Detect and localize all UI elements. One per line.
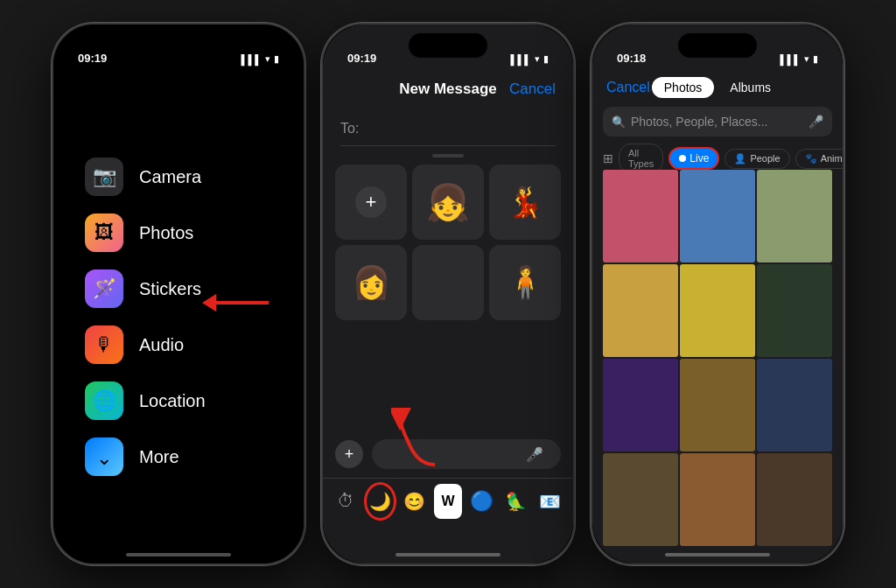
- status-icons-3: ▌▌▌ ▾ ▮: [780, 53, 818, 65]
- photo-cell-2[interactable]: [680, 170, 755, 262]
- phone3-screen: 09:18 ▌▌▌ ▾ ▮ Cancel Photos Albums 🔍 Pho…: [592, 24, 843, 564]
- sticker-2: 💃: [507, 185, 543, 220]
- status-icons-2: ▌▌▌ ▾ ▮: [511, 53, 549, 65]
- menu-item-audio[interactable]: 🎙 Audio: [85, 326, 184, 364]
- time-1: 09:19: [78, 52, 107, 65]
- home-indicator-2: [396, 553, 500, 556]
- sticker-cell-4[interactable]: [412, 245, 484, 320]
- add-button[interactable]: +: [335, 440, 363, 468]
- tab-albums[interactable]: Albums: [718, 77, 783, 98]
- arrow-shaft-left: [216, 301, 269, 304]
- add-sticker-cell[interactable]: +: [335, 164, 407, 240]
- sticker-moon-icon: 🌙: [369, 491, 391, 512]
- app-icon-stickers[interactable]: 🌙: [366, 484, 395, 519]
- to-label: To:: [340, 121, 359, 136]
- camera-label: Camera: [139, 167, 201, 187]
- home-indicator-1: [126, 553, 231, 556]
- app-icon-row: ⏱ 🌙 😊 W 🔵 🦜 📧: [323, 478, 573, 523]
- menu-overlay: 📷 Camera 🖼 Photos 🪄 Stickers 🎙 Audio 🌐: [53, 70, 304, 564]
- filter-people[interactable]: 👤 People: [724, 149, 789, 169]
- photo-cell-10[interactable]: [603, 453, 678, 546]
- photo-cell-8[interactable]: [680, 359, 755, 452]
- sticker-3: 👩: [352, 264, 391, 301]
- message-header: New Message Cancel: [323, 70, 573, 108]
- app-icon-timer[interactable]: ⏱: [332, 484, 360, 519]
- filter-all-types[interactable]: All Types: [619, 144, 663, 173]
- photo-cell-12[interactable]: [757, 453, 832, 546]
- photo-cell-1[interactable]: [603, 170, 678, 262]
- wifi-icon: ▾: [265, 53, 270, 65]
- photo-cell-3[interactable]: [757, 170, 832, 262]
- time-2: 09:19: [347, 52, 376, 65]
- cancel-button[interactable]: Cancel: [509, 80, 556, 98]
- phone-3: 09:18 ▌▌▌ ▾ ▮ Cancel Photos Albums 🔍 Pho…: [591, 23, 844, 565]
- audio-label: Audio: [139, 335, 184, 355]
- dynamic-island-2: [409, 33, 487, 58]
- filter-live[interactable]: Live: [668, 147, 719, 170]
- signal-icon: ▌▌▌: [242, 54, 262, 65]
- time-3: 09:18: [617, 52, 646, 65]
- sticker-area: + 👧 💃 👩 🧍: [323, 147, 573, 476]
- people-icon: 👤: [734, 153, 746, 164]
- new-message-title: New Message: [399, 80, 497, 98]
- photos-icon: 🖼: [85, 214, 123, 252]
- to-field[interactable]: To:: [340, 121, 556, 146]
- menu-item-location[interactable]: 🌐 Location: [85, 382, 206, 420]
- people-label: People: [750, 153, 780, 164]
- sticker-1: 👧: [426, 182, 470, 223]
- dynamic-island-3: [678, 33, 757, 58]
- photo-cell-9[interactable]: [757, 359, 832, 452]
- app-icon-emoji[interactable]: 😊: [400, 484, 429, 519]
- phone-1: 09:19 ▌▌▌ ▾ ▮ 📷 Camera 🖼 Photos 🪄 Sticke…: [52, 23, 305, 565]
- stickers-arrow: [204, 294, 269, 312]
- tab-photos[interactable]: Photos: [652, 77, 715, 98]
- app-icon-bird[interactable]: 🦜: [501, 484, 530, 519]
- menu-item-stickers[interactable]: 🪄 Stickers: [85, 270, 201, 308]
- app-icon-wiki[interactable]: W: [434, 484, 463, 519]
- battery-icon-2: ▮: [543, 53, 549, 65]
- sticker-cell-1[interactable]: 👧: [412, 164, 484, 240]
- more-label: More: [139, 447, 179, 467]
- photos-search-bar[interactable]: 🔍 Photos, People, Places... 🎤: [603, 107, 832, 136]
- sticker-arrow: [391, 408, 444, 469]
- photos-header: Cancel Photos Albums: [592, 70, 843, 105]
- phone-2: 09:19 ▌▌▌ ▾ ▮ New Message Cancel To: +: [321, 23, 575, 565]
- photo-cell-11[interactable]: [680, 453, 755, 546]
- phone2-screen: 09:19 ▌▌▌ ▾ ▮ New Message Cancel To: +: [323, 24, 573, 564]
- audio-icon: 🎙: [85, 326, 123, 364]
- location-icon: 🌐: [85, 382, 123, 420]
- app-icon-blue[interactable]: 🔵: [467, 484, 496, 519]
- signal-icon-2: ▌▌▌: [511, 54, 531, 65]
- photo-cell-4[interactable]: [603, 264, 678, 357]
- menu-item-photos[interactable]: 🖼 Photos: [85, 214, 193, 252]
- sticker-cell-2[interactable]: 💃: [489, 164, 561, 240]
- grid-view-icon[interactable]: ⊞: [603, 151, 613, 165]
- live-label: Live: [690, 152, 709, 164]
- sticker-cell-5[interactable]: 🧍: [489, 245, 561, 320]
- camera-icon: 📷: [85, 158, 123, 196]
- photos-cancel-button[interactable]: Cancel: [606, 80, 650, 95]
- drag-handle: [432, 154, 464, 158]
- app-icon-mail[interactable]: 📧: [536, 484, 564, 519]
- battery-icon-3: ▮: [813, 53, 818, 65]
- sticker-cell-3[interactable]: 👩: [335, 245, 407, 320]
- menu-item-more[interactable]: ⌄ More: [85, 438, 179, 476]
- status-icons-1: ▌▌▌ ▾ ▮: [242, 53, 279, 65]
- filter-animals[interactable]: 🐾 Animals: [795, 149, 844, 169]
- mic-icon[interactable]: 🎤: [526, 446, 550, 463]
- photo-cell-7[interactable]: [603, 359, 678, 452]
- search-icon: 🔍: [612, 116, 626, 129]
- animals-label: Animals: [821, 153, 844, 164]
- live-dot-icon: [679, 155, 686, 162]
- menu-item-camera[interactable]: 📷 Camera: [85, 158, 201, 196]
- photos-tabs: Photos Albums: [652, 77, 783, 98]
- photo-cell-6[interactable]: [757, 264, 832, 357]
- photo-cell-5[interactable]: [680, 264, 755, 357]
- search-mic-icon[interactable]: 🎤: [808, 115, 823, 129]
- phone1-screen: 09:19 ▌▌▌ ▾ ▮ 📷 Camera 🖼 Photos 🪄 Sticke…: [53, 24, 304, 564]
- add-sticker-icon: +: [355, 186, 387, 218]
- photos-label: Photos: [139, 223, 193, 243]
- filter-row: ⊞ All Types Live 👤 People 🐾 Animals: [603, 144, 832, 173]
- photo-grid: [603, 170, 832, 546]
- dynamic-island-1: [139, 33, 218, 58]
